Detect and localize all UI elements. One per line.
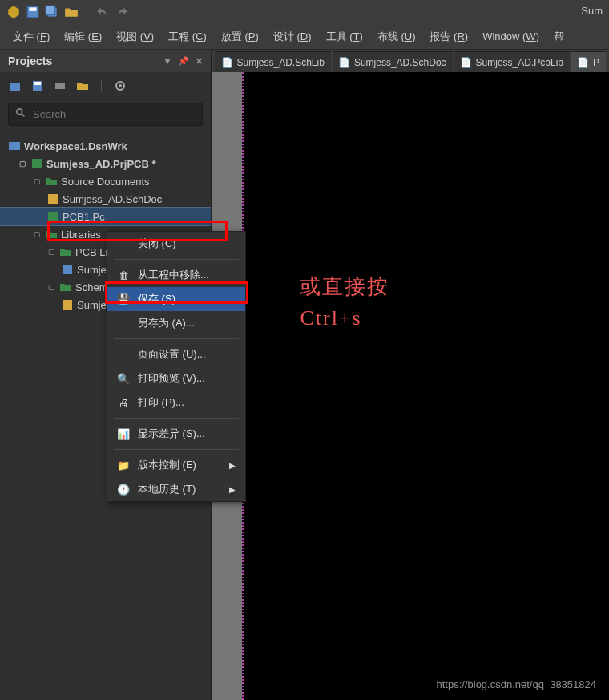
annotation-line2: Ctrl+s [300,306,361,330]
menu-file[interactable]: 文件 (F) [6,26,56,47]
search-input[interactable] [33,108,196,120]
separator [101,79,102,92]
tab-pcb[interactable]: 📄P [571,51,606,72]
blank-icon [117,237,130,250]
expander-icon[interactable]: ▢ [32,176,42,186]
menu-window[interactable]: Window (W) [476,27,546,46]
panel-compile-icon[interactable] [53,79,67,93]
chevron-right-icon: ▶ [229,485,236,494]
schlib-icon: 📄 [221,57,232,68]
context-print-preview[interactable]: 🔍 打印预览 (V)... [107,366,245,390]
diff-icon: 📊 [117,427,130,440]
separator [87,6,87,18]
menu-help[interactable]: 帮 [547,26,571,47]
context-show-diff[interactable]: 📊 显示差异 (S)... [107,422,245,446]
folder-icon [59,281,72,293]
panel-folder-icon[interactable] [75,79,90,93]
context-save-as[interactable]: 另存为 (A)... [107,311,245,335]
separator [114,338,239,339]
svg-rect-1 [30,7,37,11]
context-remove[interactable]: 🗑 从工程中移除... [107,263,245,287]
redo-icon[interactable] [115,5,129,19]
tab-label: Sumjess_AD.SchDoc [354,57,446,68]
expander-icon[interactable]: ▢ [18,159,27,168]
svg-rect-7 [55,83,65,89]
svg-rect-6 [34,82,41,85]
context-remove-label: 从工程中移除... [138,268,209,282]
workspace-label: Workspace1.DsnWrk [24,140,127,152]
tree-project[interactable]: ▢ Sumjess_AD.PrjPCB * [0,155,211,172]
schlib-icon [61,298,74,311]
tab-schlib[interactable]: 📄Sumjess_AD.SchLib [215,51,330,72]
menu-design[interactable]: 设计 (D) [267,26,318,47]
source-docs-label: Source Documents [61,176,150,188]
context-page-setup[interactable]: 页面设置 (U)... [107,342,245,366]
save-icon[interactable] [26,5,40,19]
workspace-icon [8,140,21,152]
menu-view[interactable]: 视图 (V) [110,26,160,47]
blank-icon [117,317,130,330]
project-icon [30,157,43,170]
pcb-icon: 📄 [578,57,589,68]
pcblib-icon: 📄 [461,57,472,68]
tree-pcb[interactable]: PCB1.Pc [0,208,211,225]
separator [114,259,239,260]
svg-rect-16 [63,265,72,274]
dropdown-icon[interactable]: ▼ [163,56,172,67]
menu-tools[interactable]: 工具 (T) [320,26,369,47]
panel-settings-icon[interactable] [113,79,127,93]
pcb-canvas[interactable]: 或直接按 Ctrl+s [242,72,609,700]
tab-label: P [593,57,599,68]
svg-rect-15 [48,212,58,221]
menu-project[interactable]: 工程 (C) [162,26,213,47]
tree-schdoc[interactable]: Sumjess_AD.SchDoc [0,190,211,208]
search-box[interactable] [8,103,203,126]
menu-place[interactable]: 放置 (P) [215,26,265,47]
context-print[interactable]: 🖨 打印 (P)... [107,390,245,415]
chevron-right-icon: ▶ [229,461,236,470]
open-icon[interactable] [64,5,79,19]
project-label: Sumjess_AD.PrjPCB * [46,158,156,170]
panel-home-icon[interactable] [8,79,22,93]
save-all-icon[interactable] [45,5,59,19]
watermark: https://blog.csdn.net/qq_38351824 [437,678,597,690]
context-close[interactable]: 关闭 (C) [107,232,245,256]
context-history-label: 本地历史 (T) [138,482,196,496]
svg-rect-3 [46,6,54,14]
undo-icon[interactable] [95,5,110,19]
context-page-setup-label: 页面设置 (U)... [138,347,206,362]
tree-workspace[interactable]: Workspace1.DsnWrk [0,137,211,155]
context-save[interactable]: 💾 保存 (S) [107,287,245,311]
canvas-area[interactable]: 或直接按 Ctrl+s [212,72,609,700]
context-menu: 关闭 (C) 🗑 从工程中移除... 💾 保存 (S) 另存为 (A)... 页… [107,231,246,502]
menu-report[interactable]: 报告 (R) [423,26,474,47]
separator [114,449,239,450]
schdoc-icon [46,192,59,205]
preview-icon: 🔍 [117,372,130,385]
context-print-preview-label: 打印预览 (V)... [138,371,205,386]
expander-icon[interactable]: ▢ [46,282,56,292]
app-title: Sum [581,5,603,17]
svg-point-9 [119,84,122,87]
context-local-history[interactable]: 🕐 本地历史 (T) ▶ [107,477,245,501]
tab-pcblib[interactable]: 📄Sumjess_AD.PcbLib [454,51,570,72]
tab-schdoc[interactable]: 📄Sumjess_AD.SchDoc [333,51,453,72]
pcb-icon [46,210,59,223]
svg-rect-17 [63,300,72,310]
menu-route[interactable]: 布线 (U) [371,26,422,47]
tab-label: Sumjess_AD.PcbLib [476,57,563,68]
print-icon: 🖨 [117,396,130,409]
expander-icon[interactable]: ▢ [46,247,56,257]
close-panel-icon[interactable]: ✕ [196,56,203,67]
context-show-diff-label: 显示差异 (S)... [138,427,205,441]
panel-save-icon[interactable] [30,79,45,93]
menu-edit[interactable]: 编辑 (E) [58,26,108,47]
tab-label: Sumjess_AD.SchLib [236,57,324,68]
vcs-icon: 📁 [117,459,130,471]
tree-source-docs[interactable]: ▢ Source Documents [0,172,211,190]
expander-icon[interactable]: ▢ [32,229,42,239]
context-version-control[interactable]: 📁 版本控制 (E) ▶ [107,453,245,477]
svg-point-10 [17,109,22,115]
svg-rect-12 [9,142,20,150]
pin-icon[interactable]: 📌 [178,56,189,67]
